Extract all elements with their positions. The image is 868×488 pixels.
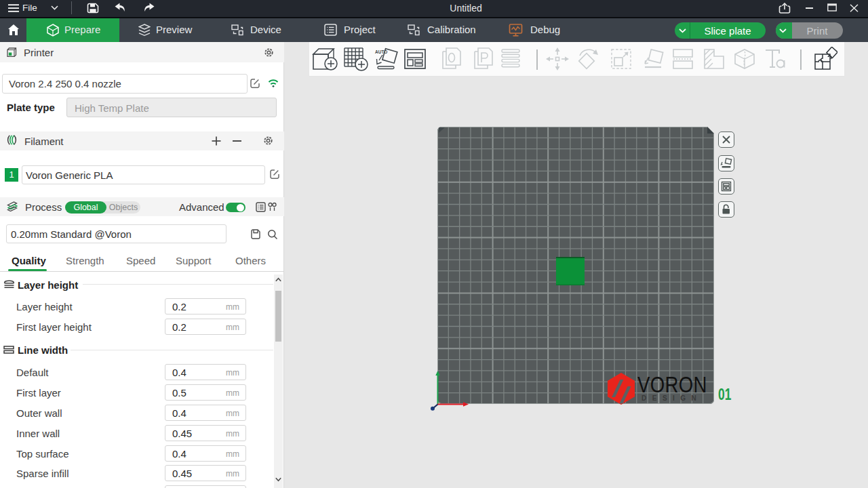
svg-text:AUTO: AUTO: [375, 49, 387, 54]
